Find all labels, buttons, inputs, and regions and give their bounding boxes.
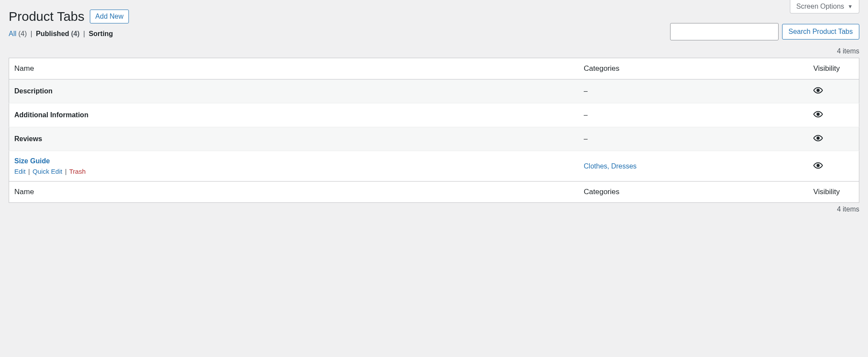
tablenav-top: 4 items bbox=[9, 45, 859, 58]
col-footer-categories[interactable]: Categories bbox=[579, 182, 808, 203]
edit-link[interactable]: Edit bbox=[14, 168, 26, 175]
add-new-button[interactable]: Add New bbox=[90, 10, 129, 23]
filter-all[interactable]: All bbox=[9, 30, 16, 37]
row-categories: – bbox=[579, 127, 808, 151]
row-categories: – bbox=[579, 79, 808, 103]
filter-published-count: (4) bbox=[71, 30, 80, 37]
eye-icon bbox=[813, 133, 823, 143]
row-name: Size Guide bbox=[14, 157, 50, 165]
row-name: Description bbox=[14, 87, 53, 95]
col-header-visibility[interactable]: Visibility bbox=[808, 58, 859, 79]
svg-point-1 bbox=[817, 113, 819, 116]
quick-edit-link[interactable]: Quick Edit bbox=[33, 168, 62, 175]
table-row: Reviews – bbox=[9, 127, 859, 151]
eye-icon bbox=[813, 86, 823, 95]
table-row: Description – bbox=[9, 79, 859, 103]
page-title: Product Tabs bbox=[9, 9, 85, 24]
screen-options-button[interactable]: Screen Options ▼ bbox=[790, 0, 859, 13]
row-name: Reviews bbox=[14, 135, 42, 142]
col-footer-visibility[interactable]: Visibility bbox=[808, 182, 859, 203]
col-header-categories[interactable]: Categories bbox=[579, 58, 808, 79]
row-name-link[interactable]: Size Guide bbox=[14, 157, 50, 165]
items-count-top: 4 items bbox=[837, 47, 859, 55]
search-button[interactable]: Search Product Tabs bbox=[782, 24, 859, 40]
svg-point-0 bbox=[817, 89, 819, 92]
svg-point-3 bbox=[817, 164, 819, 167]
product-tabs-table: Name Categories Visibility Description –… bbox=[9, 58, 859, 203]
filter-published[interactable]: Published (4) bbox=[36, 30, 82, 37]
tablenav-bottom: 4 items bbox=[9, 203, 859, 216]
col-header-name[interactable]: Name bbox=[9, 58, 579, 79]
items-count-bottom: 4 items bbox=[837, 205, 859, 213]
row-actions: Edit | Quick Edit | Trash bbox=[14, 168, 573, 175]
search-input[interactable] bbox=[670, 23, 779, 40]
filter-sorting[interactable]: Sorting bbox=[89, 30, 113, 37]
row-categories: – bbox=[579, 103, 808, 127]
eye-icon bbox=[813, 109, 823, 119]
row-name: Additional Information bbox=[14, 111, 89, 119]
table-row: Size Guide Edit | Quick Edit | Trash Clo… bbox=[9, 151, 859, 182]
eye-icon bbox=[813, 161, 823, 170]
row-categories-link[interactable]: Clothes, Dresses bbox=[584, 162, 637, 170]
svg-point-2 bbox=[817, 137, 819, 139]
trash-link[interactable]: Trash bbox=[69, 168, 85, 175]
chevron-down-icon: ▼ bbox=[848, 3, 853, 10]
col-footer-name[interactable]: Name bbox=[9, 182, 579, 203]
filter-all-count: (4) bbox=[18, 30, 27, 37]
screen-options-label: Screen Options bbox=[796, 3, 844, 10]
table-row: Additional Information – bbox=[9, 103, 859, 127]
